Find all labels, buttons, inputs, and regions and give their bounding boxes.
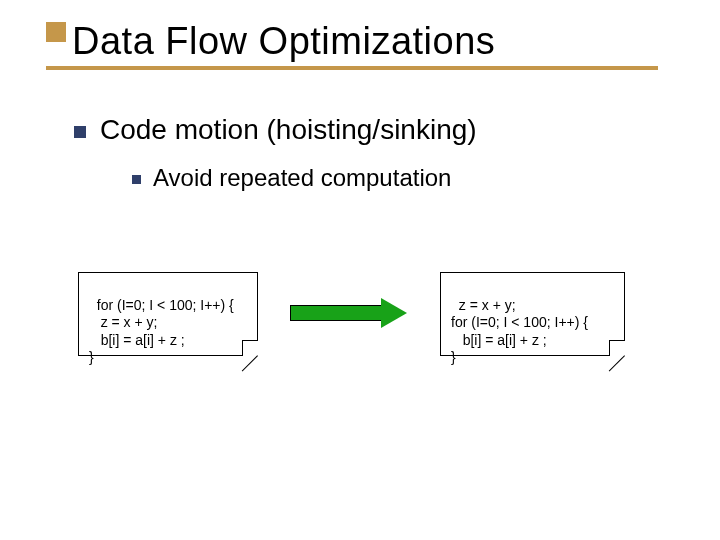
slide-title-block: Data Flow Optimizations bbox=[46, 22, 658, 70]
page-fold-icon bbox=[242, 340, 258, 356]
bullet-level-1: Code motion (hoisting/sinking) bbox=[74, 114, 477, 146]
square-bullet-icon bbox=[74, 126, 86, 138]
code-box-after: z = x + y; for (I=0; I < 100; I++) { b[i… bbox=[440, 272, 625, 356]
bullet-level-2: Avoid repeated computation bbox=[132, 164, 451, 192]
code-box-before: for (I=0; I < 100; I++) { z = x + y; b[i… bbox=[78, 272, 258, 356]
title-accent-square bbox=[46, 22, 66, 42]
square-bullet-icon bbox=[132, 175, 141, 184]
transform-arrow-icon bbox=[290, 298, 410, 328]
title-underline bbox=[46, 66, 658, 70]
code-after-text: z = x + y; for (I=0; I < 100; I++) { b[i… bbox=[451, 297, 588, 366]
bullet-1-text: Code motion (hoisting/sinking) bbox=[100, 114, 477, 145]
slide-title: Data Flow Optimizations bbox=[72, 22, 658, 62]
code-before-text: for (I=0; I < 100; I++) { z = x + y; b[i… bbox=[89, 297, 234, 366]
page-fold-icon bbox=[609, 340, 625, 356]
bullet-2-text: Avoid repeated computation bbox=[153, 164, 451, 191]
